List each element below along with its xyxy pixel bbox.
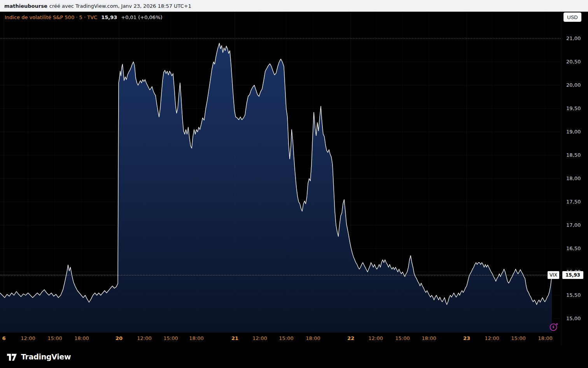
price-axis-label: 16,50 xyxy=(566,245,581,252)
price-axis-label: 15,00 xyxy=(566,315,581,322)
time-axis-label: 18:00 xyxy=(74,333,89,344)
time-axis-label: 21 xyxy=(231,333,238,344)
price-axis-label: 18,00 xyxy=(566,175,581,182)
tradingview-wordmark[interactable]: TradingView xyxy=(21,352,71,361)
legend-change: +0,01 (+0,06%) xyxy=(121,14,162,20)
current-price-tag: 15,93 xyxy=(562,271,583,279)
price-chart-svg[interactable] xyxy=(0,12,561,333)
time-axis[interactable]: 612:0015:0018:002012:0015:0018:002112:00… xyxy=(0,333,561,345)
time-axis-label: 12:00 xyxy=(21,333,35,344)
footer: TradingView xyxy=(0,345,588,368)
time-axis-label: 12:00 xyxy=(368,333,383,344)
area-fill xyxy=(0,43,552,333)
time-axis-label: 23 xyxy=(463,333,470,344)
time-axis-label: 15:00 xyxy=(163,333,178,344)
time-axis-label: 18:00 xyxy=(538,333,552,344)
time-axis-label: 22 xyxy=(347,333,354,344)
price-axis-label: 21,00 xyxy=(566,35,581,42)
time-axis-label: 20 xyxy=(116,333,122,344)
price-axis-label: 19,00 xyxy=(566,129,581,135)
vix-symbol-tag: VIX xyxy=(548,271,559,279)
price-axis-label: 18,50 xyxy=(566,152,581,158)
price-axis-label: 15,50 xyxy=(566,292,581,298)
price-axis-label: 20,00 xyxy=(566,82,581,88)
time-axis-label: 12:00 xyxy=(252,333,267,344)
time-axis-label: 15:00 xyxy=(279,333,293,344)
price-axis[interactable]: 21,0020,5020,0019,5019,0018,5018,0017,50… xyxy=(561,12,588,345)
time-axis-label: 18:00 xyxy=(422,333,436,344)
attribution-text: créé avec TradingView.com, Janv 23, 2026… xyxy=(49,3,191,9)
attribution-bar: mathieubourse créé avec TradingView.com,… xyxy=(0,0,588,12)
price-axis-label: 17,50 xyxy=(566,199,581,205)
author-name: mathieubourse xyxy=(4,3,47,9)
price-axis-label: 20,50 xyxy=(566,59,581,65)
time-axis-label: 12:00 xyxy=(137,333,151,344)
tradingview-published-chart: { "header": { "user": "mathieubourse", "… xyxy=(0,0,588,368)
time-axis-label: 18:00 xyxy=(189,333,203,344)
symbol-title[interactable]: Indice de volatilité S&P 500 · 5 · TVC xyxy=(5,14,97,20)
lightning-icon xyxy=(549,322,559,332)
time-axis-label: 15:00 xyxy=(47,333,62,344)
time-axis-label: 6 xyxy=(2,333,5,344)
time-axis-label: 15:00 xyxy=(511,333,525,344)
time-axis-label: 18:00 xyxy=(306,333,320,344)
legend: Indice de volatilité S&P 500 · 5 · TVC 1… xyxy=(5,14,163,20)
legend-last-price: 15,93 xyxy=(101,14,117,20)
time-axis-label: 12:00 xyxy=(485,333,499,344)
currency-button[interactable]: USD xyxy=(564,12,581,22)
time-axis-label: 15:00 xyxy=(395,333,410,344)
tradingview-logo-icon[interactable] xyxy=(7,352,17,361)
price-axis-label: 19,50 xyxy=(566,105,581,112)
price-axis-label: 17,00 xyxy=(566,222,581,228)
boost-button[interactable] xyxy=(548,322,559,333)
